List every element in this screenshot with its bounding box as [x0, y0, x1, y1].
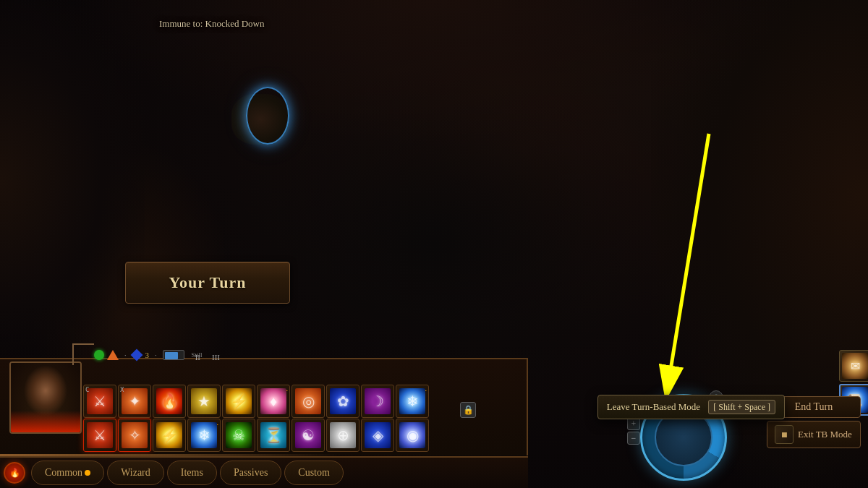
skill-glyph: ☯: [302, 427, 315, 444]
ability-bar: · 3 · Still: [94, 345, 207, 365]
skill-glyph: ◎: [302, 393, 315, 410]
skill-icon: ⚡: [226, 388, 252, 414]
skill-slot-b6[interactable]: ⏳: [257, 419, 290, 452]
separator2: ·: [155, 351, 157, 359]
notification-indicator: [85, 470, 90, 476]
character-portrait-area: [4, 361, 87, 455]
indicator-III: III: [212, 353, 220, 361]
skill-icon: ✧: [122, 422, 148, 448]
skill-icon: ✿: [330, 388, 356, 414]
skill-icon: ⚔: [87, 388, 113, 414]
skill-glyph: ⏳: [265, 427, 283, 444]
spell-count: 3: [145, 351, 150, 359]
skill-slot-8[interactable]: ✿: [326, 385, 359, 418]
skill-slot-6[interactable]: + ♦: [257, 385, 290, 418]
tab-items[interactable]: Items: [167, 461, 217, 485]
skill-slot-10[interactable]: + ❄: [396, 385, 429, 418]
skill-icon: ★: [191, 388, 217, 414]
skill-glyph: ✿: [337, 393, 349, 410]
skill-slot-b1[interactable]: ⚔: [83, 419, 116, 452]
skill-slot-b9[interactable]: ◈: [361, 419, 394, 452]
skill-slot-4[interactable]: ★: [187, 385, 221, 418]
skill-slot-b10[interactable]: ◉: [396, 419, 429, 452]
skill-glyph: ⚔: [93, 427, 106, 444]
skill-icon: ☯: [295, 422, 321, 448]
skill-icon: ⚡: [156, 422, 182, 448]
skill-icon: ◉: [399, 422, 425, 448]
fire-icon: 🔥: [4, 462, 25, 484]
skill-slot-5[interactable]: ⚡: [222, 385, 255, 418]
status-text: Immune to: Knocked Down: [159, 18, 265, 30]
skill-icon: 🔥: [156, 388, 182, 414]
slot-label: X: [120, 386, 124, 393]
tab-wizard-label: Wizard: [121, 467, 150, 479]
skill-slot-9[interactable]: ☽: [361, 385, 394, 418]
action-pip: [94, 350, 104, 360]
skill-icon: ✦: [122, 388, 148, 414]
skill-slot-b8[interactable]: ⊕: [326, 419, 359, 452]
skill-glyph: ⊕: [337, 427, 349, 444]
tab-custom[interactable]: Custom: [284, 461, 344, 485]
action-bar-top-border: [0, 454, 340, 456]
skill-glyph: ♦: [270, 393, 277, 410]
tab-common-label: Common: [45, 467, 82, 479]
player-character: [217, 72, 326, 159]
skill-glyph: ✦: [129, 393, 141, 410]
skill-slot-b2[interactable]: ✧: [118, 419, 151, 452]
corner-tl: [72, 343, 94, 365]
scroll-icon: ✉: [842, 353, 868, 379]
skill-glyph: ☽: [371, 393, 384, 410]
selection-indicator: [246, 87, 289, 145]
your-turn-text: Your Turn: [169, 273, 246, 292]
skill-glyph: ☠: [232, 427, 245, 444]
tab-passives[interactable]: Passives: [220, 461, 281, 485]
tooltip-text: Leave Turn-Based Mode: [607, 401, 700, 412]
skill-icon: ⚔: [87, 422, 113, 448]
resource-fill: [165, 352, 178, 359]
skills-row-top: C ⚔ X ✦ 🔥 ★ ⚡ + ♦ ◎ ✿: [83, 385, 429, 418]
skill-slot-b4[interactable]: + ❄: [187, 419, 221, 452]
spell-slot-indicator: [130, 349, 142, 361]
minus-button[interactable]: −: [627, 432, 640, 445]
skill-icon: ☽: [365, 388, 391, 414]
skill-slot-3[interactable]: 🔥: [153, 385, 186, 418]
skill-slot-7[interactable]: ◎: [292, 385, 325, 418]
fire-tab-button[interactable]: 🔥: [4, 462, 28, 484]
separator: ·: [124, 351, 127, 359]
tab-items-label: Items: [181, 467, 203, 479]
skill-icon: ❄: [191, 422, 217, 448]
scroll-slot-1[interactable]: ✉: [839, 350, 868, 382]
tab-passives-label: Passives: [234, 467, 268, 479]
skill-glyph: 🔥: [161, 393, 179, 410]
skill-glyph: ◈: [373, 427, 383, 444]
exit-tb-button[interactable]: ⏹ Exit TB Mode: [767, 421, 861, 448]
skills-row-bottom: ⚔ ✧ ⚡ + ❄ ☠ ⏳ ☯ ⊕ ◈: [83, 419, 429, 452]
skill-slot-b7[interactable]: ☯: [292, 419, 325, 452]
lock-icon[interactable]: 🔒: [460, 402, 476, 418]
scroll-glyph: ✉: [851, 359, 860, 373]
lock-area: 🔒: [460, 402, 476, 418]
label-still: Still: [192, 351, 203, 359]
skill-glyph: ❄: [407, 393, 419, 410]
your-turn-banner: Your Turn: [125, 262, 290, 304]
skill-icon: ☠: [226, 422, 252, 448]
skill-icon: ⊕: [330, 422, 356, 448]
portrait-health-bar: [11, 411, 80, 432]
skill-slot-b5[interactable]: ☠: [222, 419, 255, 452]
resource-bar: [163, 350, 184, 360]
portrait-image[interactable]: [9, 361, 82, 434]
skill-glyph: ⚡: [230, 393, 248, 410]
tab-wizard[interactable]: Wizard: [107, 461, 164, 485]
skill-icon: ◈: [365, 422, 391, 448]
tab-custom-label: Custom: [298, 467, 330, 479]
exit-tb-icon: ⏹: [775, 425, 793, 444]
skill-icon: ❄: [399, 388, 425, 414]
tab-common[interactable]: Common: [31, 461, 104, 485]
skill-slot-c[interactable]: C ⚔: [83, 385, 116, 418]
skill-glyph: ◉: [407, 427, 419, 444]
skill-glyph: ✧: [129, 427, 141, 444]
skill-glyph: ⚔: [93, 393, 106, 410]
skill-icon: ⏳: [260, 422, 286, 448]
skill-slot-x[interactable]: X ✦: [118, 385, 151, 418]
skill-slot-b3[interactable]: ⚡: [153, 419, 186, 452]
